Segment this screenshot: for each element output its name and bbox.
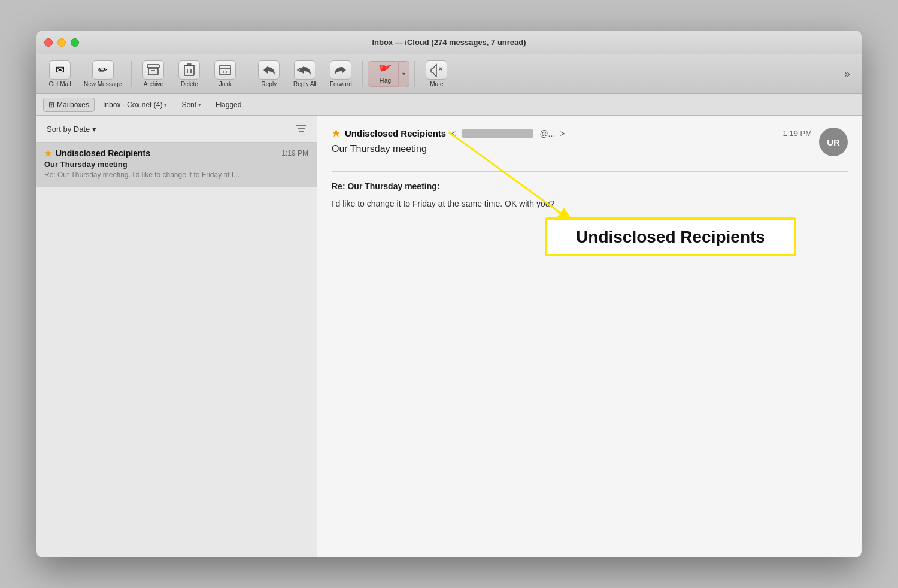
reply-all-icon: [294, 60, 315, 80]
blurred-email-address: [462, 129, 533, 138]
flag-dropdown-button[interactable]: ▾: [399, 61, 409, 87]
email-list-panel: Sort by Date ▾ ★ Undisclosed Recipients: [36, 116, 317, 557]
more-button[interactable]: »: [839, 65, 855, 83]
junk-label: Junk: [219, 81, 232, 87]
body-label: Re: Our Thursday meeting:: [332, 181, 848, 191]
detail-time: 1:19 PM: [783, 129, 812, 138]
svg-rect-0: [147, 65, 159, 68]
mute-label: Mute: [430, 81, 443, 87]
sort-bar: Sort by Date ▾: [36, 116, 317, 143]
detail-sender: Undisclosed Recipients: [345, 128, 446, 138]
archive-button[interactable]: Archive: [136, 58, 170, 90]
get-mail-icon: ✉: [49, 60, 71, 80]
traffic-lights: [44, 38, 79, 47]
mailboxes-icon: ⊞: [48, 101, 54, 109]
body-text: I'd like to change it to Friday at the s…: [332, 197, 848, 210]
delete-icon: [178, 60, 200, 80]
flagged-label: Flagged: [216, 101, 241, 109]
email-domain: @...: [539, 129, 555, 138]
star-icon[interactable]: ★: [44, 148, 52, 158]
minimize-button[interactable]: [57, 38, 66, 47]
get-mail-label: Get Mail: [48, 81, 71, 87]
delete-label: Delete: [181, 81, 198, 87]
separator-1: [131, 61, 132, 87]
content-area: Sort by Date ▾ ★ Undisclosed Recipients: [36, 116, 862, 557]
svg-rect-1: [148, 68, 158, 75]
detail-subject: Our Thursday meeting: [332, 144, 783, 154]
mailboxes-label: Mailboxes: [57, 101, 89, 109]
window-title: Inbox — iCloud (274 messages, 7 unread): [372, 38, 526, 47]
sort-button[interactable]: Sort by Date ▾: [43, 123, 100, 135]
inbox-chevron-icon: ▾: [164, 102, 167, 108]
separator-3: [362, 61, 363, 87]
header-divider: [332, 171, 848, 172]
reply-icon: [258, 60, 280, 80]
email-from-bracket: <: [451, 129, 456, 138]
reply-button[interactable]: Reply: [252, 58, 286, 90]
mailboxes-button[interactable]: ⊞ Mailboxes: [43, 98, 95, 112]
svg-rect-3: [184, 66, 194, 75]
detail-star-icon[interactable]: ★: [332, 128, 340, 139]
sent-label: Sent: [181, 101, 196, 109]
email-preview: Re: Out Thursday meeting. I'd like to ch…: [44, 170, 308, 180]
avatar: UR: [819, 128, 848, 156]
highlight-text: Undisclosed Recipients: [576, 228, 765, 247]
maximize-button[interactable]: [71, 38, 79, 47]
from-line: ★ Undisclosed Recipients < @... >: [332, 128, 783, 139]
archive-label: Archive: [144, 81, 163, 87]
sent-tab[interactable]: Sent ▾: [175, 98, 207, 111]
inbox-label: Inbox - Cox.net (4): [103, 101, 162, 109]
mute-button[interactable]: Mute: [420, 58, 453, 90]
new-message-icon: ✏: [92, 60, 114, 80]
close-button[interactable]: [44, 38, 53, 47]
email-time: 1:19 PM: [281, 149, 308, 157]
flagged-tab[interactable]: Flagged: [210, 98, 247, 111]
sort-chevron-icon: ▾: [92, 125, 96, 134]
flag-group: 🚩 Flag ▾: [368, 61, 409, 87]
email-sender: ★ Undisclosed Recipients: [44, 148, 150, 158]
flag-button[interactable]: 🚩 Flag: [368, 61, 399, 87]
email-detail-panel: ★ Undisclosed Recipients < @... > Our Th…: [317, 116, 862, 557]
svg-rect-8: [220, 65, 230, 75]
email-list-item[interactable]: ★ Undisclosed Recipients 1:19 PM Our Thu…: [36, 143, 317, 187]
favorites-bar: ⊞ Mailboxes Inbox - Cox.net (4) ▾ Sent ▾…: [36, 94, 862, 116]
filter-button[interactable]: [293, 120, 310, 137]
email-from-close-bracket: >: [560, 129, 565, 138]
separator-4: [414, 61, 415, 87]
forward-label: Forward: [330, 81, 352, 87]
archive-icon: [142, 60, 164, 80]
new-message-label: New Message: [84, 81, 122, 87]
inbox-tab[interactable]: Inbox - Cox.net (4) ▾: [97, 98, 173, 111]
forward-button[interactable]: Forward: [324, 58, 357, 90]
reply-all-label: Reply All: [293, 81, 317, 87]
from-block: ★ Undisclosed Recipients < @... > Our Th…: [332, 128, 783, 162]
reply-label: Reply: [262, 81, 277, 87]
junk-icon: [214, 60, 236, 80]
flag-label: Flag: [380, 77, 391, 84]
separator-2: [247, 61, 247, 87]
new-message-button[interactable]: ✏ New Message: [79, 58, 126, 90]
sort-label: Sort by Date: [47, 125, 90, 134]
junk-button[interactable]: Junk: [208, 58, 242, 90]
reply-all-button[interactable]: Reply All: [288, 58, 321, 90]
sent-chevron-icon: ▾: [198, 102, 201, 108]
email-subject: Our Thursday meeting: [44, 160, 308, 169]
mail-window: Inbox — iCloud (274 messages, 7 unread) …: [36, 31, 862, 557]
mute-icon: [426, 60, 447, 80]
email-detail-header: ★ Undisclosed Recipients < @... > Our Th…: [332, 128, 848, 162]
titlebar: Inbox — iCloud (274 messages, 7 unread): [36, 31, 862, 54]
delete-button[interactable]: Delete: [172, 58, 206, 90]
email-item-header: ★ Undisclosed Recipients 1:19 PM: [44, 148, 308, 158]
get-mail-button[interactable]: ✉ Get Mail: [43, 58, 77, 90]
toolbar: ✉ Get Mail ✏ New Message Archive: [36, 54, 862, 94]
forward-icon: [330, 60, 351, 80]
highlight-box: Undisclosed Recipients: [545, 217, 796, 256]
